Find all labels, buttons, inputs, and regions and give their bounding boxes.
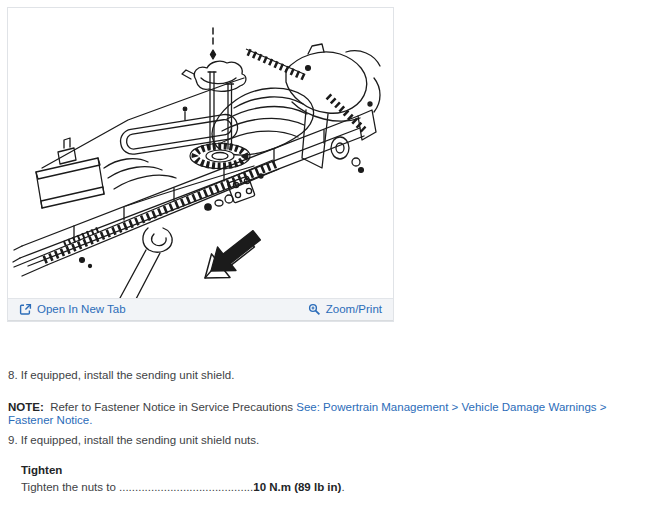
tighten-heading: Tighten — [21, 464, 62, 477]
note-label: NOTE: — [8, 401, 44, 413]
centerline-marker — [210, 50, 215, 59]
open-in-new-tab-label: Open In New Tab — [37, 304, 126, 316]
step-9-text: 9. If equipped, install the sending unit… — [8, 434, 259, 447]
open-in-new-tab-link[interactable]: Open In New Tab — [19, 303, 126, 316]
magnifier-zoom-icon — [308, 303, 321, 316]
step-8-text: 8. If equipped, install the sending unit… — [8, 369, 234, 382]
corrugated-hoses — [41, 49, 364, 265]
tow-shackle — [143, 228, 172, 252]
tighten-suffix: . — [341, 481, 344, 493]
dot-leader: ........................................… — [119, 481, 253, 493]
chassis-diagram — [8, 8, 393, 299]
lock-ring — [190, 144, 250, 169]
chassis-diagram-svg — [8, 8, 393, 299]
service-manual-page: Open In New Tab Zoom/Print 8. If equippe… — [0, 0, 650, 505]
rear-suspension-assembly — [286, 44, 380, 172]
tighten-prefix: Tighten the nuts to — [21, 481, 119, 493]
torque-value: 10 N.m (89 lb in) — [253, 481, 341, 493]
figure-container: Open In New Tab Zoom/Print — [7, 7, 394, 322]
dot — [89, 265, 92, 268]
tighten-spec-line: Tighten the nuts to ....................… — [21, 481, 345, 494]
left-tank — [36, 138, 104, 208]
zoom-print-label: Zoom/Print — [326, 304, 382, 316]
zoom-print-link[interactable]: Zoom/Print — [308, 303, 382, 316]
note-paragraph: NOTE: Refer to Fastener Notice in Servic… — [8, 401, 650, 427]
note-text: Refer to Fastener Notice in Service Prec… — [44, 401, 296, 413]
diagram-toolbar: Open In New Tab Zoom/Print — [8, 298, 393, 321]
sending-unit-rods — [182, 28, 246, 149]
open-in-new-tab-icon — [19, 303, 32, 316]
fuel-tank-hump — [212, 88, 313, 155]
dot — [80, 258, 85, 263]
direction-arrow-icon — [196, 223, 266, 289]
